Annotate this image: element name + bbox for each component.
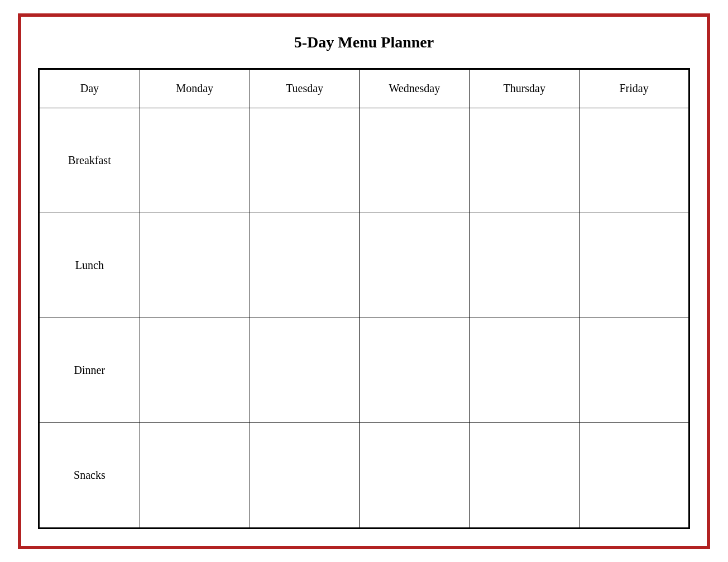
cell-snacks-thursday[interactable] — [470, 423, 579, 528]
cell-lunch-wednesday[interactable] — [360, 213, 470, 318]
col-header-friday: Friday — [579, 69, 689, 108]
meal-row-snacks: Snacks — [39, 423, 689, 528]
cell-dinner-wednesday[interactable] — [360, 318, 470, 423]
col-header-thursday: Thursday — [470, 69, 579, 108]
cell-lunch-friday[interactable] — [579, 213, 689, 318]
cell-snacks-wednesday[interactable] — [360, 423, 470, 528]
col-header-monday: Monday — [140, 69, 250, 108]
col-header-day: Day — [39, 69, 140, 108]
col-header-wednesday: Wednesday — [360, 69, 470, 108]
planner-table: Day Monday Tuesday Wednesday Thursday Fr… — [38, 68, 690, 529]
meal-label-snacks: Snacks — [39, 423, 140, 528]
page-title: 5-Day Menu Planner — [294, 33, 434, 51]
cell-lunch-monday[interactable] — [140, 213, 250, 318]
col-header-tuesday: Tuesday — [250, 69, 360, 108]
cell-snacks-tuesday[interactable] — [250, 423, 360, 528]
header-row: Day Monday Tuesday Wednesday Thursday Fr… — [39, 69, 689, 108]
cell-breakfast-monday[interactable] — [140, 108, 250, 213]
meal-row-dinner: Dinner — [39, 318, 689, 423]
cell-snacks-monday[interactable] — [140, 423, 250, 528]
meal-label-breakfast: Breakfast — [39, 108, 140, 213]
cell-breakfast-wednesday[interactable] — [360, 108, 470, 213]
cell-dinner-friday[interactable] — [579, 318, 689, 423]
cell-lunch-tuesday[interactable] — [250, 213, 360, 318]
cell-breakfast-thursday[interactable] — [470, 108, 579, 213]
cell-dinner-tuesday[interactable] — [250, 318, 360, 423]
meal-row-breakfast: Breakfast — [39, 108, 689, 213]
cell-lunch-thursday[interactable] — [470, 213, 579, 318]
cell-breakfast-tuesday[interactable] — [250, 108, 360, 213]
meal-label-lunch: Lunch — [39, 213, 140, 318]
page-wrapper: 5-Day Menu Planner Day Monday Tuesday We… — [18, 13, 710, 549]
cell-breakfast-friday[interactable] — [579, 108, 689, 213]
cell-dinner-monday[interactable] — [140, 318, 250, 423]
cell-snacks-friday[interactable] — [579, 423, 689, 528]
meal-label-dinner: Dinner — [39, 318, 140, 423]
meal-row-lunch: Lunch — [39, 213, 689, 318]
cell-dinner-thursday[interactable] — [470, 318, 579, 423]
